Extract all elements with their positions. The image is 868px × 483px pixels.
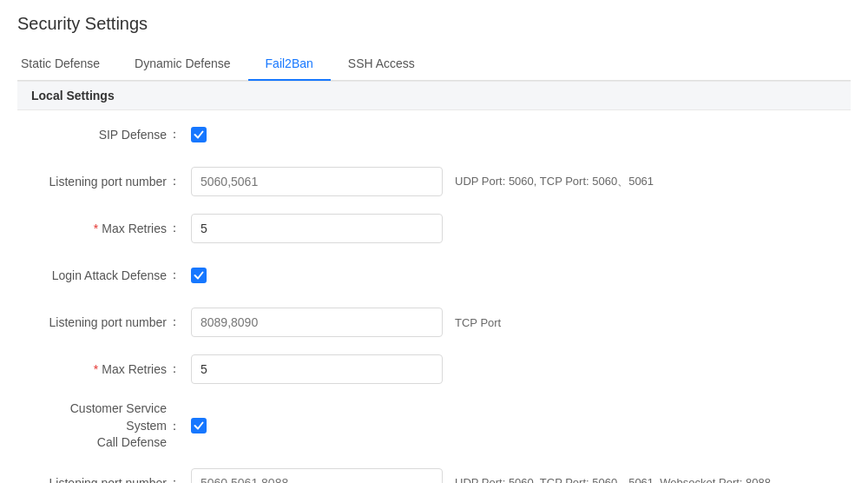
cs-port-control: UDP Port: 5060, TCP Port: 5060、5061, Web… (191, 468, 833, 483)
sip-port-row: Listening port number： UDP Port: 5060, T… (35, 166, 833, 197)
cs-defense-row: Customer Service System Call Defense ： (35, 400, 833, 452)
login-port-row: Listening port number： TCP Port (35, 307, 833, 338)
sip-retries-control (191, 214, 833, 243)
tab-fail2ban[interactable]: Fail2Ban (248, 48, 331, 81)
sip-defense-checkbox[interactable] (191, 127, 207, 142)
sip-port-hint: UDP Port: 5060, TCP Port: 5060、5061 (455, 174, 654, 189)
sip-retries-input[interactable] (191, 214, 443, 243)
cs-defense-control (191, 418, 833, 433)
tab-dynamic-defense[interactable]: Dynamic Defense (117, 48, 248, 81)
cs-port-row: Listening port number： UDP Port: 5060, T… (35, 467, 833, 483)
cs-defense-label: Customer Service System Call Defense ： (35, 400, 191, 452)
cs-port-input[interactable] (191, 468, 443, 483)
login-attack-label: Login Attack Defense： (35, 268, 191, 283)
sip-port-label: Listening port number： (35, 174, 191, 189)
page-container: Security Settings Static Defense Dynamic… (0, 0, 868, 483)
login-retries-row: * Max Retries： (35, 354, 833, 385)
login-attack-control (191, 268, 833, 283)
login-retries-control (191, 354, 833, 384)
sip-port-control: UDP Port: 5060, TCP Port: 5060、5061 (191, 167, 833, 196)
form-body: SIP Defense： Listening port number： UDP … (17, 110, 851, 483)
page-title: Security Settings (17, 14, 851, 34)
cs-defense-checkbox[interactable] (191, 418, 207, 433)
login-port-input[interactable] (191, 308, 443, 337)
login-retries-label: * Max Retries： (35, 361, 191, 377)
login-port-hint: TCP Port (455, 316, 501, 329)
login-retries-required-star: * (94, 362, 98, 376)
sip-retries-label: * Max Retries： (35, 221, 191, 236)
login-attack-row: Login Attack Defense： (35, 260, 833, 291)
login-port-control: TCP Port (191, 308, 833, 337)
sip-retries-row: * Max Retries： (35, 213, 833, 244)
local-settings-header: Local Settings (17, 81, 851, 110)
tab-ssh-access[interactable]: SSH Access (331, 48, 432, 81)
login-retries-input[interactable] (191, 354, 443, 384)
cs-port-hint: UDP Port: 5060, TCP Port: 5060、5061, Web… (455, 475, 771, 483)
sip-defense-row: SIP Defense： (35, 119, 833, 150)
cs-port-label: Listening port number： (35, 475, 191, 483)
sip-defense-control (191, 127, 833, 142)
sip-port-input[interactable] (191, 167, 443, 196)
sip-defense-label: SIP Defense： (35, 127, 191, 142)
login-port-label: Listening port number： (35, 314, 191, 330)
login-attack-checkbox[interactable] (191, 268, 207, 283)
tab-static-defense[interactable]: Static Defense (17, 48, 117, 81)
sip-retries-required-star: * (94, 222, 98, 235)
tabs-bar: Static Defense Dynamic Defense Fail2Ban … (17, 48, 851, 81)
